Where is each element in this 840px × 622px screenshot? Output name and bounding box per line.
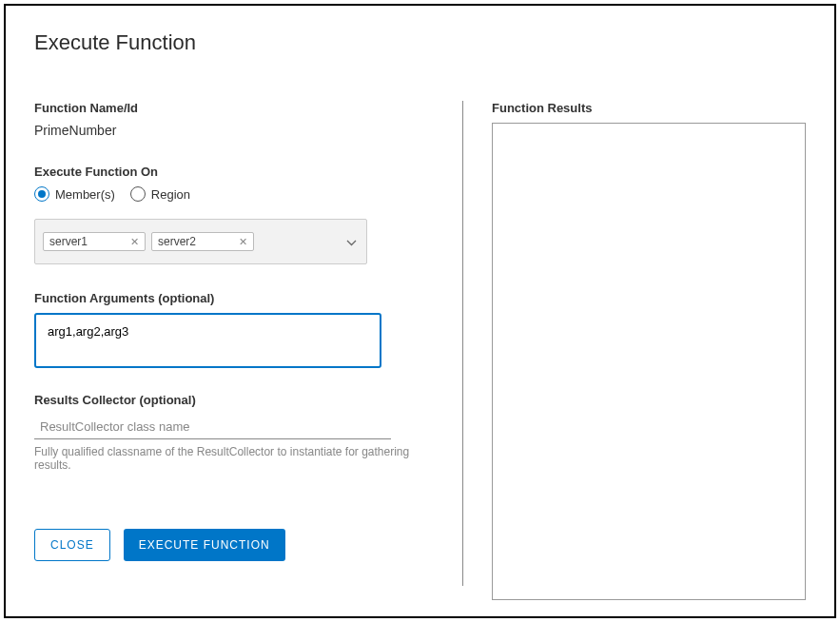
chip-server2: server2 ✕ — [151, 232, 254, 251]
form-column: Function Name/Id PrimeNumber Execute Fun… — [34, 101, 462, 600]
close-icon[interactable]: ✕ — [130, 237, 139, 247]
arguments-label: Function Arguments (optional) — [34, 291, 434, 305]
collector-label: Results Collector (optional) — [34, 393, 434, 407]
close-icon[interactable]: ✕ — [239, 237, 247, 247]
radio-circle-icon — [34, 186, 49, 202]
function-name-label: Function Name/Id — [34, 101, 434, 115]
radio-circle-icon — [130, 186, 146, 202]
execute-on-radio-group: Member(s) Region — [34, 186, 434, 202]
chip-label: server2 — [158, 235, 196, 248]
radio-region-label: Region — [151, 187, 190, 202]
results-column: Function Results — [463, 101, 806, 600]
chevron-down-icon[interactable] — [346, 233, 357, 250]
radio-members[interactable]: Member(s) — [34, 186, 115, 202]
members-multiselect[interactable]: server1 ✕ server2 ✕ — [34, 219, 367, 264]
results-output — [492, 123, 806, 600]
results-label: Function Results — [492, 101, 806, 115]
execute-function-dialog: Execute Function Function Name/Id PrimeN… — [4, 4, 836, 618]
close-button[interactable]: CLOSE — [34, 529, 110, 561]
button-row: CLOSE EXECUTE FUNCTION — [34, 529, 434, 561]
collector-hint: Fully qualified classname of the ResultC… — [34, 445, 434, 472]
radio-region[interactable]: Region — [130, 186, 190, 202]
dialog-content: Function Name/Id PrimeNumber Execute Fun… — [34, 101, 806, 600]
arguments-input[interactable] — [34, 313, 381, 368]
radio-members-label: Member(s) — [55, 187, 115, 202]
dialog-title: Execute Function — [34, 30, 806, 55]
function-name-value: PrimeNumber — [34, 123, 434, 138]
chip-server1: server1 ✕ — [43, 232, 146, 251]
collector-input[interactable] — [34, 415, 391, 439]
execute-on-label: Execute Function On — [34, 165, 434, 179]
chip-label: server1 — [49, 235, 88, 248]
execute-button[interactable]: EXECUTE FUNCTION — [124, 529, 285, 561]
